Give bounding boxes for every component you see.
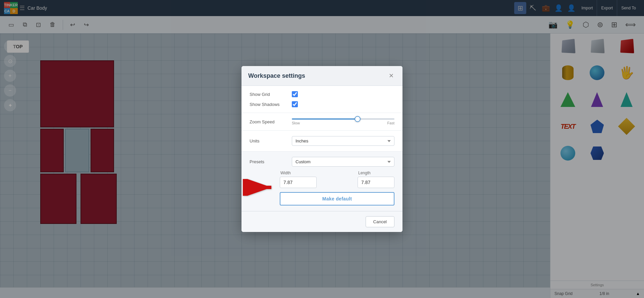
modal-overlay[interactable]: Workspace settings ✕ Show Grid Show Shad… <box>0 0 644 298</box>
length-input[interactable] <box>358 177 394 188</box>
zoom-slider-container: Slow Fast <box>292 118 394 125</box>
show-grid-section: Show Grid Show Shadows <box>241 86 402 113</box>
width-label: Width <box>280 171 317 175</box>
slow-label: Slow <box>292 121 300 125</box>
length-label: Length <box>358 171 394 175</box>
show-grid-checkbox[interactable] <box>292 91 298 97</box>
modal-close-button[interactable]: ✕ <box>387 71 396 80</box>
show-shadows-label: Show Shadows <box>250 102 286 107</box>
presets-row: Presets Custom TinkerCAD Default Makerbo… <box>250 157 394 167</box>
show-grid-row: Show Grid <box>250 91 394 97</box>
modal-title: Workspace settings <box>248 72 305 79</box>
units-select[interactable]: Millimeters Centimeters Inches Feet & In… <box>292 136 394 146</box>
red-arrow-container <box>243 179 276 197</box>
slider-labels: Slow Fast <box>292 121 394 125</box>
zoom-speed-row: Zoom Speed Slow Fast <box>250 118 394 125</box>
units-section: Units Millimeters Centimeters Inches Fee… <box>241 131 402 152</box>
workspace-settings-modal: Workspace settings ✕ Show Grid Show Shad… <box>241 66 402 232</box>
presets-label: Presets <box>250 159 286 164</box>
show-shadows-row: Show Shadows <box>250 101 394 107</box>
zoom-speed-label: Zoom Speed <box>250 119 286 124</box>
zoom-speed-section: Zoom Speed Slow Fast <box>241 113 402 131</box>
fast-label: Fast <box>387 121 394 125</box>
length-group: Length <box>358 171 394 188</box>
width-input[interactable] <box>280 177 317 188</box>
show-shadows-checkbox[interactable] <box>292 101 298 107</box>
width-length-row: Width Length <box>280 171 394 188</box>
wl-section: Width Length Make default <box>250 171 394 205</box>
units-row: Units Millimeters Centimeters Inches Fee… <box>250 136 394 146</box>
cancel-button[interactable]: Cancel <box>366 216 394 227</box>
red-arrow-icon <box>243 179 276 196</box>
width-group: Width <box>280 171 317 188</box>
zoom-speed-slider[interactable] <box>292 118 394 120</box>
presets-select[interactable]: Custom TinkerCAD Default Makerbot Ultima… <box>292 157 394 167</box>
make-default-button[interactable]: Make default <box>280 192 394 205</box>
presets-section: Presets Custom TinkerCAD Default Makerbo… <box>241 152 402 211</box>
modal-body: Show Grid Show Shadows Zoom Speed Slow <box>241 86 402 211</box>
modal-footer: Cancel <box>241 211 402 232</box>
show-grid-label: Show Grid <box>250 92 286 97</box>
modal-header: Workspace settings ✕ <box>241 66 402 86</box>
units-label: Units <box>250 138 286 143</box>
